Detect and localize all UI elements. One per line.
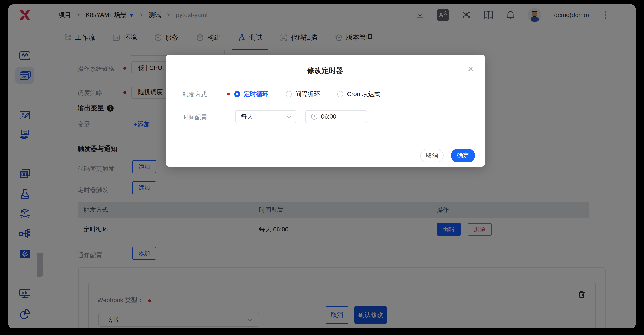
- edit-timer-modal: 修改定时器 ✕ 触发方式 定时循环 间隔循环 Cron 表达式 时间配置 每天: [166, 55, 485, 167]
- radio-cron-expression[interactable]: Cron 表达式: [337, 90, 380, 98]
- close-icon[interactable]: ✕: [468, 65, 474, 73]
- modal-title: 修改定时器: [166, 66, 485, 76]
- radio-unchecked-icon: [286, 91, 292, 97]
- clock-icon: [311, 114, 317, 120]
- trigger-mode-radio-group: 定时循环 间隔循环 Cron 表达式: [234, 90, 398, 98]
- frequency-select[interactable]: 每天: [235, 110, 296, 123]
- chevron-down-icon: [286, 114, 292, 119]
- app-window: 项目 > K8sYAML 场景 > 测试 > pytest-yaml A 文: [8, 5, 636, 328]
- modal-cancel-button[interactable]: 取消: [420, 149, 444, 162]
- modal-trigger-label: 触发方式: [182, 90, 207, 99]
- modal-ok-button[interactable]: 确定: [451, 149, 475, 162]
- radio-interval-loop[interactable]: 间隔循环: [286, 90, 320, 98]
- radio-timed-loop[interactable]: 定时循环: [234, 90, 268, 98]
- time-picker-input[interactable]: 06:00: [306, 110, 367, 123]
- radio-checked-icon: [234, 91, 240, 97]
- modal-time-label: 时间配置: [182, 113, 207, 122]
- radio-unchecked-icon: [337, 91, 343, 97]
- required-dot: [227, 93, 230, 95]
